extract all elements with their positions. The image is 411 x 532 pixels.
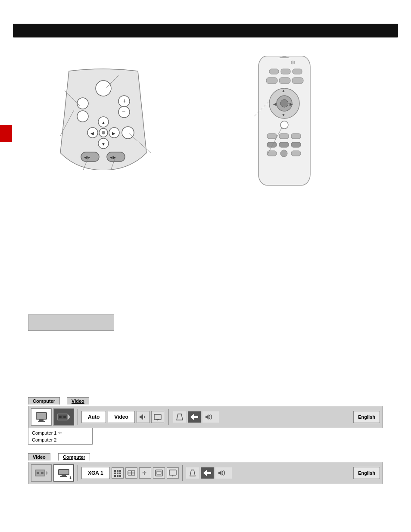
toolbar1-computer-tab[interactable]: Computer: [28, 397, 60, 404]
toolbar2-move-icon: ✛: [139, 467, 151, 479]
svg-text:▼: ▼: [281, 112, 286, 117]
svg-marker-62: [68, 414, 70, 420]
svg-point-0: [96, 81, 111, 96]
svg-text:+: +: [123, 97, 126, 104]
svg-point-2: [77, 111, 88, 122]
svg-rect-99: [169, 470, 176, 475]
svg-text:−: −: [122, 108, 125, 115]
header-bar: [13, 24, 398, 37]
svg-rect-31: [269, 69, 279, 74]
svg-rect-32: [281, 69, 290, 74]
svg-rect-80: [60, 476, 67, 477]
remote-right: ▲ ◀ ▶ ▼: [254, 56, 310, 181]
toolbar2-xga-button[interactable]: XGA 1: [81, 467, 110, 479]
svg-text:▲: ▲: [281, 88, 286, 93]
toolbar1-sound-icon: [137, 411, 149, 423]
toolbar2-computer-icon: 1: [53, 464, 74, 482]
svg-rect-35: [279, 78, 290, 84]
toolbar2-vcr-icon: [31, 464, 52, 482]
toolbar1-keystone-icon: [173, 411, 186, 423]
svg-rect-50: [291, 142, 301, 147]
svg-rect-45: [267, 134, 277, 139]
toolbar1-computer-icon: [31, 408, 52, 426]
svg-point-1: [77, 98, 88, 109]
svg-rect-78: [59, 470, 68, 474]
svg-point-39: [280, 100, 288, 107]
svg-rect-57: [37, 413, 46, 419]
svg-text:▶: ▶: [112, 131, 115, 136]
svg-marker-74: [46, 470, 48, 476]
svg-text:▲: ▲: [101, 120, 106, 125]
toolbar2-video-tab[interactable]: Video: [28, 453, 50, 460]
svg-rect-89: [119, 475, 121, 477]
svg-point-53: [280, 150, 287, 157]
toolbar1-video-button[interactable]: Video: [108, 411, 134, 423]
svg-rect-66: [154, 414, 161, 420]
toolbar2-english-button[interactable]: English: [353, 467, 380, 479]
toolbar1-volume-icon: [202, 411, 219, 423]
svg-point-17: [122, 127, 134, 139]
dropdown-item-computer1[interactable]: Computer 1 ⇐: [28, 429, 92, 436]
svg-point-63: [59, 416, 62, 418]
svg-rect-49: [279, 142, 289, 147]
svg-rect-51: [267, 151, 277, 156]
toolbar2-grid1-icon: [112, 467, 124, 479]
toolbar1-video-icon: [53, 408, 74, 426]
svg-rect-86: [119, 473, 121, 474]
svg-marker-69: [177, 414, 183, 420]
svg-point-64: [63, 416, 66, 418]
svg-marker-104: [218, 470, 221, 476]
svg-rect-84: [114, 473, 116, 474]
svg-rect-28: [258, 56, 310, 185]
svg-rect-81: [114, 470, 116, 472]
svg-text:▼: ▼: [101, 142, 106, 146]
toolbar2-keystone-icon: [186, 467, 199, 479]
dropdown-item-computer2[interactable]: Computer 2: [28, 436, 92, 443]
toolbar2-monitor2-icon: [167, 467, 179, 479]
svg-rect-46: [279, 134, 289, 139]
svg-rect-87: [114, 475, 116, 477]
toolbar2-computer-tab[interactable]: Computer: [58, 453, 90, 460]
svg-point-44: [280, 121, 288, 129]
svg-text:✛: ✛: [142, 470, 146, 476]
toolbar1-auto-button[interactable]: Auto: [81, 411, 106, 423]
toolbar2-screen2-icon: [153, 467, 165, 479]
svg-point-12: [102, 131, 105, 134]
svg-rect-52: [291, 151, 301, 156]
svg-point-75: [37, 472, 39, 474]
svg-rect-36: [292, 78, 303, 84]
svg-marker-70: [190, 414, 198, 420]
svg-marker-103: [203, 470, 211, 476]
svg-rect-97: [156, 470, 162, 476]
svg-text:◀: ◀: [90, 131, 94, 136]
svg-rect-34: [266, 78, 277, 84]
toolbar2-number: 1: [69, 476, 72, 480]
svg-rect-85: [117, 473, 118, 474]
toolbar1-video-tab[interactable]: Video: [67, 397, 89, 404]
svg-text:◀ ▶: ◀ ▶: [84, 156, 90, 159]
toolbar2-volume-icon: [215, 467, 232, 479]
toolbar2-grid2-icon: [125, 467, 137, 479]
svg-rect-47: [291, 134, 301, 139]
side-tab: [0, 125, 12, 142]
svg-marker-102: [190, 470, 195, 476]
toolbar1-screen-icon: [151, 411, 164, 423]
svg-rect-83: [119, 470, 121, 472]
toolbar2-arrow-icon: [201, 467, 214, 479]
toolbar1-english-button[interactable]: English: [353, 411, 380, 423]
svg-rect-59: [38, 421, 45, 422]
svg-rect-33: [293, 69, 302, 74]
svg-marker-65: [140, 414, 143, 420]
toolbar1-dropdown: Computer 1 ⇐ Computer 2: [28, 428, 93, 445]
svg-text:◀: ◀: [273, 102, 277, 106]
svg-rect-82: [117, 470, 118, 472]
remote-left: + − ▲ ◀ ▶ ▼ ◀ ▶ ◀ ▶: [56, 67, 151, 166]
svg-rect-58: [39, 420, 44, 421]
svg-rect-79: [62, 475, 66, 476]
svg-rect-88: [117, 475, 118, 477]
svg-text:▶: ▶: [290, 102, 293, 106]
source-box: [28, 314, 114, 331]
svg-rect-98: [157, 471, 161, 474]
svg-marker-71: [206, 414, 209, 420]
toolbar1-flip-icon: [188, 411, 201, 423]
